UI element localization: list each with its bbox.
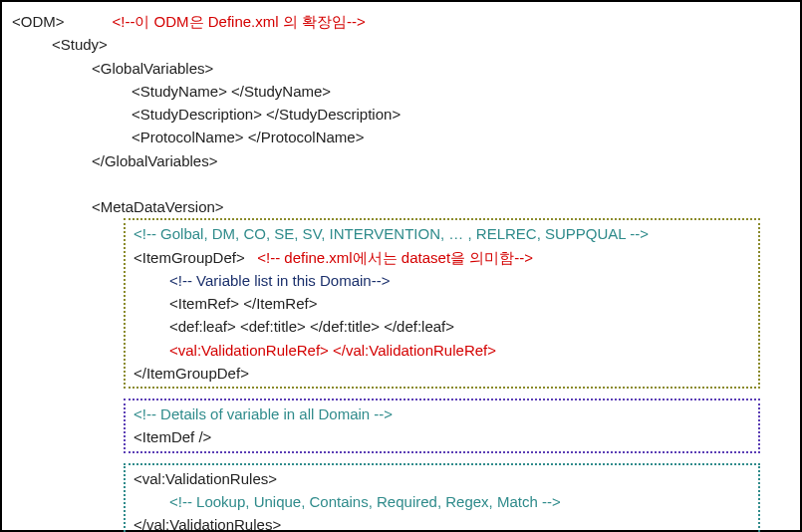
comment-rule-types: <!-- Lookup, Unique, Contains, Required,… bbox=[134, 490, 750, 513]
comment-variable-list: <!-- Variable list in this Domain--> bbox=[134, 269, 750, 292]
tag-metadataversion-open: <MetaDataVersion> bbox=[12, 195, 790, 218]
tag-validationrules-open: <val:ValidationRules> bbox=[134, 467, 750, 490]
tag-studydescription: <StudyDescription> </StudyDescription> bbox=[12, 103, 790, 126]
comment-dataset-meaning: <!-- define.xml에서는 dataset을 의미함--> bbox=[257, 249, 533, 266]
comment-variable-details: <!-- Details of variable in all Domain -… bbox=[134, 402, 750, 425]
tag-itemdef: <ItemDef /> bbox=[134, 425, 750, 448]
line-odm-open: <ODM><!--이 ODM은 Define.xml 의 확장임--> bbox=[12, 10, 790, 33]
tag-def-leaf: <def:leaf> <def:title> </def:title> </de… bbox=[134, 315, 750, 338]
tag-itemref: <ItemRef> </ItemRef> bbox=[134, 292, 750, 315]
tag-globalvariables-open: <GlobalVariables> bbox=[12, 57, 790, 80]
tag-validationrules-close: </val:ValidationRules> bbox=[134, 513, 750, 532]
tag-study-open: <Study> bbox=[12, 33, 790, 56]
box-itemgroupdef: <!-- Golbal, DM, CO, SE, SV, INTERVENTIO… bbox=[124, 218, 760, 389]
tag-itemgroupdef-open: <ItemGroupDef> bbox=[134, 249, 245, 266]
tag-protocolname: <ProtocolName> </ProtocolName> bbox=[12, 126, 790, 148]
tag-odm-open: <ODM> bbox=[12, 13, 65, 30]
tag-validationruleref: <val:ValidationRuleRef> </val:Validation… bbox=[134, 339, 750, 362]
line-itemgroupdef-open: <ItemGroupDef> <!-- define.xml에서는 datase… bbox=[134, 246, 750, 269]
tag-itemgroupdef-close: </ItemGroupDef> bbox=[134, 362, 750, 385]
box-validationrules: <val:ValidationRules> <!-- Lookup, Uniqu… bbox=[124, 463, 760, 533]
tag-studyname: <StudyName> </StudyName> bbox=[12, 80, 790, 103]
comment-odm-extension: <!--이 ODM은 Define.xml 의 확장임--> bbox=[113, 13, 366, 30]
tag-globalvariables-close: </GlobalVariables> bbox=[12, 149, 790, 172]
xml-code-frame: <ODM><!--이 ODM은 Define.xml 의 확장임--> <Stu… bbox=[0, 0, 802, 532]
comment-domains: <!-- Golbal, DM, CO, SE, SV, INTERVENTIO… bbox=[134, 222, 750, 245]
box-itemdef: <!-- Details of variable in all Domain -… bbox=[124, 399, 760, 453]
